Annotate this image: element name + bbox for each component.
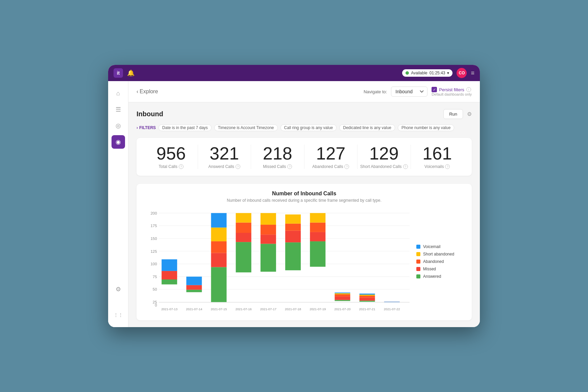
svg-text:2021-07-19: 2021-07-19 [310,307,326,311]
bar-voicemail-1 [186,277,202,285]
svg-text:2021-07-15: 2021-07-15 [211,307,227,311]
stat-short-abandoned: 129 Short Abandoned Calls ? [358,145,411,169]
chart-subtitle: Number of inbound calls received during … [145,198,464,203]
bar-answered-8 [360,301,375,302]
bar-abandoned-8 [360,296,375,297]
stat-voicemails-info-icon[interactable]: ? [445,164,450,169]
legend-label-voicemail: Voicemail [423,244,440,249]
legend-dot-short-abandoned [416,252,420,256]
dashboard-title-row: Inbound Run ⚙ [137,109,472,119]
svg-text:150: 150 [150,237,157,241]
legend-answered: Answered [416,274,464,279]
stat-missed-calls-number: 218 [251,145,304,162]
chart-card: Number of Inbound Calls Number of inboun… [137,184,472,320]
bar-short-aband-8 [360,295,375,296]
bar-short-aband-3 [236,213,251,223]
legend-short-abandoned: Short abandoned [416,252,464,256]
sidebar-item-explore[interactable]: ◉ [112,135,125,149]
app-logo[interactable]: it [114,68,123,78]
svg-text:50: 50 [153,288,157,292]
main-content: ‹ Explore Navigate to: Inbound Outbound … [128,81,480,327]
bar-missed-0 [162,271,177,279]
stat-short-abandoned-label: Short Abandoned Calls ? [358,164,411,169]
bar-answered-1 [186,290,202,292]
svg-text:75: 75 [153,275,157,279]
bar-missed-7 [335,297,350,300]
back-icon: ‹ [137,89,138,95]
legend-dot-answered [416,274,420,278]
sidebar-item-phone[interactable]: ◎ [112,119,125,132]
persist-filters-sub: Default dashboards only [432,92,472,96]
explore-header: ‹ Explore Navigate to: Inbound Outbound … [128,81,480,102]
sidebar-item-tasks[interactable]: ☰ [112,103,125,116]
bar-answered-3 [236,242,251,273]
bar-voicemail-8 [360,294,375,295]
svg-text:2021-07-13: 2021-07-13 [161,307,177,311]
svg-text:200: 200 [150,211,157,215]
chart-title: Number of Inbound Calls [145,191,464,197]
sidebar-item-home[interactable]: ⌂ [112,87,125,100]
chevron-down-icon: ▾ [447,71,449,75]
bar-short-aband-4 [261,213,276,225]
sidebar-item-settings[interactable]: ⚙ [112,283,125,296]
svg-text:2021-07-17: 2021-07-17 [260,307,276,311]
stat-missed-calls-label: Missed Calls ? [251,164,304,169]
filter-chip-timezone[interactable]: Timezone is Account Timezone [214,124,278,131]
persist-filters-group: ✓ Persist filters i Default dashboards o… [432,87,472,96]
explore-title: Explore [140,89,158,95]
grid-icon[interactable]: ≡ [471,70,474,77]
settings-icon[interactable]: ⚙ [467,111,472,117]
filter-chevron-icon: › [137,125,138,130]
bar-abandoned-7 [335,294,350,296]
persist-filters-checkbox[interactable]: ✓ [432,87,437,92]
filter-chip-dedicated-line[interactable]: Dedicated line is any value [339,124,395,131]
status-time: 01:25:43 [430,71,445,75]
bar-answered-0 [162,279,177,285]
stat-info-icon[interactable]: ? [179,164,183,169]
sidebar-item-apps[interactable]: ⋮⋮ [112,308,125,322]
filter-chip-date[interactable]: Date is in the past 7 days [158,124,212,131]
filter-chip-phone[interactable]: Phone number is any value [398,124,454,131]
stat-answered-info-icon[interactable]: ? [236,164,240,169]
bar-missed-1 [186,285,202,290]
bar-answered-2 [211,267,227,302]
filter-chip-ring-group[interactable]: Call ring group is any value [280,124,337,131]
legend-voicemail: Voicemail [416,244,464,249]
run-button[interactable]: Run [443,109,463,119]
back-button[interactable]: ‹ Explore [137,89,158,95]
status-indicator[interactable]: Available 01:25:43 ▾ [402,69,452,77]
svg-text:2021-07-16: 2021-07-16 [236,307,252,311]
bar-abandoned-6 [310,223,325,232]
bar-missed-6 [310,232,325,241]
bar-voicemail-9 [384,302,400,302]
bar-short-aband-6 [310,213,325,223]
dashboard: Inbound Run ⚙ › FILTERS Date is in the p… [128,102,480,327]
stat-short-abandoned-number: 129 [358,145,411,162]
legend-label-short-abandoned: Short abandoned [423,252,454,256]
stat-abandoned-calls: 127 Abandoned Calls ? [304,145,358,169]
stat-total-calls: 956 Total Calls ? [145,145,198,169]
stat-abandoned-info-icon[interactable]: ? [344,164,349,169]
avatar[interactable]: CO [457,68,467,78]
svg-text:2021-07-21: 2021-07-21 [359,307,375,311]
stat-voicemails: 161 Voicemails ? [411,145,464,169]
svg-text:2021-07-22: 2021-07-22 [384,307,400,311]
svg-text:2021-07-14: 2021-07-14 [186,307,202,311]
legend-missed: Missed [416,267,464,271]
navigate-select[interactable]: Inbound Outbound Overview [391,87,427,97]
filters-label: › FILTERS [137,125,156,130]
legend-dot-missed [416,267,420,271]
stat-missed-calls: 218 Missed Calls ? [251,145,304,169]
stat-missed-info-icon[interactable]: ? [287,164,292,169]
stat-short-abandoned-info-icon[interactable]: ? [403,164,408,169]
bar-missed-3 [236,233,251,242]
legend-label-missed: Missed [423,267,436,271]
persist-info-icon[interactable]: i [466,87,471,92]
svg-text:175: 175 [150,224,157,228]
bar-abandoned-3 [236,223,251,233]
status-dot [406,71,409,75]
notification-bell[interactable]: 🔔 [127,69,134,77]
legend-dot-voicemail [416,245,420,249]
stat-voicemails-number: 161 [411,145,464,162]
bar-voicemail-0 [162,260,177,271]
